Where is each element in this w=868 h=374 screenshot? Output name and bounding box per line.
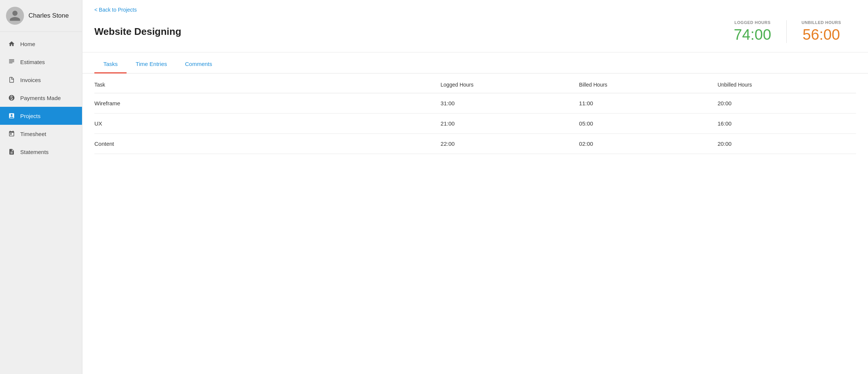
sidebar: Charles Stone Home Estimates Invoices (0, 0, 82, 374)
sidebar-item-estimates[interactable]: Estimates (0, 53, 82, 71)
logged-hours-block: LOGGED HOURS 74:00 (719, 20, 786, 43)
sidebar-item-timesheet[interactable]: Timesheet (0, 125, 82, 143)
sidebar-item-label: Projects (20, 113, 40, 119)
sidebar-item-invoices[interactable]: Invoices (0, 71, 82, 89)
avatar (6, 7, 24, 25)
sidebar-item-statements[interactable]: Statements (0, 143, 82, 161)
tasks-table-section: Task Logged Hours Billed Hours Unbilled … (82, 73, 868, 154)
user-name: Charles Stone (28, 12, 69, 19)
cell-billed: 05:00 (579, 114, 717, 134)
cell-billed: 11:00 (579, 93, 717, 114)
sidebar-item-home[interactable]: Home (0, 35, 82, 53)
cell-logged: 31:00 (441, 93, 579, 114)
cell-logged: 22:00 (441, 134, 579, 154)
tasks-table: Task Logged Hours Billed Hours Unbilled … (94, 76, 856, 154)
sidebar-item-label: Payments Made (20, 95, 61, 101)
tab-time-entries[interactable]: Time Entries (127, 55, 176, 73)
logged-hours-value: 74:00 (734, 26, 771, 43)
timesheet-icon (7, 130, 16, 138)
table-header-row: Task Logged Hours Billed Hours Unbilled … (94, 76, 856, 93)
cell-billed: 02:00 (579, 134, 717, 154)
cell-unbilled: 16:00 (717, 114, 856, 134)
sidebar-item-label: Statements (20, 149, 49, 155)
sidebar-item-payments-made[interactable]: Payments Made (0, 89, 82, 107)
tab-tasks[interactable]: Tasks (94, 55, 127, 73)
cell-logged: 21:00 (441, 114, 579, 134)
sidebar-item-label: Timesheet (20, 131, 46, 137)
sidebar-item-projects[interactable]: Projects (0, 107, 82, 125)
cell-task: Wireframe (94, 93, 441, 114)
col-unbilled-hours: Unbilled Hours (717, 76, 856, 93)
projects-icon (7, 112, 16, 120)
cell-unbilled: 20:00 (717, 93, 856, 114)
main-content: < Back to Projects Website Designing LOG… (82, 0, 868, 374)
table-row: UX 21:00 05:00 16:00 (94, 114, 856, 134)
user-section: Charles Stone (0, 0, 82, 32)
table-row: Wireframe 31:00 11:00 20:00 (94, 93, 856, 114)
unbilled-hours-value: 56:00 (802, 26, 841, 43)
home-icon (7, 40, 16, 48)
statements-icon (7, 148, 16, 156)
estimates-icon (7, 58, 16, 66)
col-task: Task (94, 76, 441, 93)
sidebar-item-label: Invoices (20, 77, 41, 83)
cell-task: Content (94, 134, 441, 154)
payments-icon (7, 94, 16, 102)
nav-items: Home Estimates Invoices Payments Made (0, 32, 82, 374)
tab-comments[interactable]: Comments (176, 55, 221, 73)
table-row: Content 22:00 02:00 20:00 (94, 134, 856, 154)
tabs: Tasks Time Entries Comments (82, 55, 868, 73)
project-title: Website Designing (94, 26, 719, 37)
cell-task: UX (94, 114, 441, 134)
project-header: Website Designing LOGGED HOURS 74:00 UNB… (82, 17, 868, 52)
back-to-projects-link[interactable]: < Back to Projects (82, 0, 868, 17)
logged-hours-label: LOGGED HOURS (734, 20, 771, 25)
sidebar-item-label: Home (20, 41, 35, 47)
unbilled-hours-label: UNBILLED HOURS (802, 20, 841, 25)
invoices-icon (7, 76, 16, 84)
sidebar-item-label: Estimates (20, 59, 45, 65)
unbilled-hours-block: UNBILLED HOURS 56:00 (786, 20, 856, 43)
cell-unbilled: 20:00 (717, 134, 856, 154)
col-billed-hours: Billed Hours (579, 76, 717, 93)
col-logged-hours: Logged Hours (441, 76, 579, 93)
stats-section: LOGGED HOURS 74:00 UNBILLED HOURS 56:00 (719, 20, 856, 43)
